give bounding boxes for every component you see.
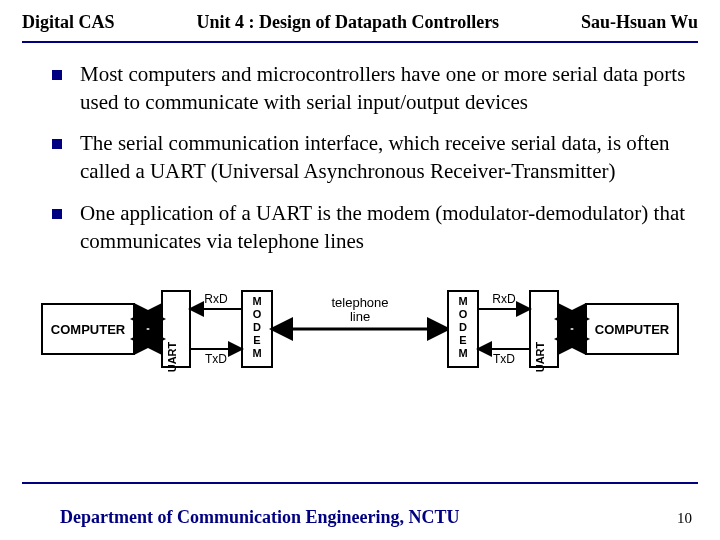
footer-department: Department of Communication Engineering,… [60,507,459,528]
uart-modem-diagram: COMPUTER UART M O D E M RxD TxD telephon… [40,269,680,389]
bullet-text: One application of a UART is the modem (… [80,200,688,255]
label-computer-right: COMPUTER [595,322,670,337]
svg-text:line: line [350,309,370,324]
bullet-item: Most computers and microcontrollers have… [52,61,688,116]
bullet-item: The serial communication interface, whic… [52,130,688,185]
svg-text:D: D [253,321,261,333]
bullet-list: Most computers and microcontrollers have… [0,43,720,255]
svg-text:D: D [459,321,467,333]
svg-text:O: O [459,308,468,320]
svg-text:M: M [458,347,467,359]
svg-text:O: O [253,308,262,320]
header-author: Sau-Hsuan Wu [581,12,698,33]
divider-bottom [22,482,698,484]
page-number: 10 [677,510,692,527]
header-course: Digital CAS [22,12,115,33]
bullet-item: One application of a UART is the modem (… [52,200,688,255]
svg-text:M: M [252,295,261,307]
bullet-text: The serial communication interface, whic… [80,130,688,185]
bullet-square-icon [52,70,62,80]
label-telephone-line: telephone [331,295,388,310]
label-uart-right: UART [534,342,546,373]
label-computer-left: COMPUTER [51,322,126,337]
label-uart-left: UART [166,342,178,373]
label-rxd-right: RxD [492,292,516,306]
header: Digital CAS Unit 4 : Design of Datapath … [0,0,720,41]
bullet-text: Most computers and microcontrollers have… [80,61,688,116]
label-rxd-left: RxD [204,292,228,306]
footer: Department of Communication Engineering,… [0,507,720,528]
svg-text:M: M [458,295,467,307]
svg-text:E: E [253,334,260,346]
bullet-square-icon [52,209,62,219]
bullet-square-icon [52,139,62,149]
label-txd-left: TxD [205,352,227,366]
header-unit-title: Unit 4 : Design of Datapath Controllers [115,12,582,33]
label-txd-right: TxD [493,352,515,366]
svg-text:M: M [252,347,261,359]
svg-text:E: E [459,334,466,346]
